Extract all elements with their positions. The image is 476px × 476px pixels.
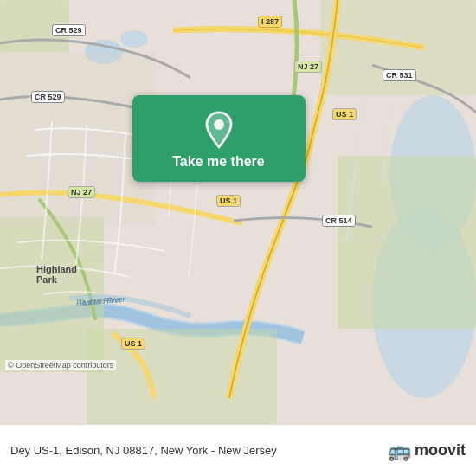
bottom-bar: Dey US-1, Edison, NJ 08817, New York - N… — [0, 424, 476, 476]
i287-label: I 287 — [258, 16, 282, 28]
cr529-mid-label: CR 529 — [31, 91, 65, 103]
button-overlay: Take me there — [125, 95, 312, 182]
moovit-icon: 🚌 — [388, 440, 411, 462]
take-me-there-label: Take me there — [172, 154, 264, 170]
cr514-label: CR 514 — [322, 215, 356, 227]
location-text: Dey US-1, Edison, NJ 08817, New York - N… — [10, 444, 388, 457]
cr529-top-label: CR 529 — [52, 24, 86, 36]
us1-mid-label: US 1 — [216, 195, 241, 207]
us1-right-label: US 1 — [332, 108, 357, 120]
take-me-there-button[interactable]: Take me there — [132, 95, 306, 182]
svg-point-2 — [120, 30, 148, 48]
copyright-text: © OpenStreetMap contributors — [5, 360, 116, 370]
moovit-logo: 🚌 moovit — [388, 440, 466, 462]
cr531-label: CR 531 — [383, 69, 416, 81]
map-pin-icon — [203, 111, 235, 149]
nj27-mid-label: NJ 27 — [68, 186, 95, 198]
svg-rect-9 — [87, 329, 277, 424]
nj27-top-label: NJ 27 — [294, 61, 322, 73]
us1-bot-label: US 1 — [121, 338, 145, 350]
moovit-text: moovit — [415, 441, 466, 460]
svg-point-11 — [214, 119, 224, 130]
map-container: I 287 NJ 27 CR 529 CR 529 CR 531 US 1 US… — [0, 0, 476, 424]
svg-rect-7 — [338, 156, 476, 329]
highland-park-label: HighlandPark — [36, 264, 77, 285]
